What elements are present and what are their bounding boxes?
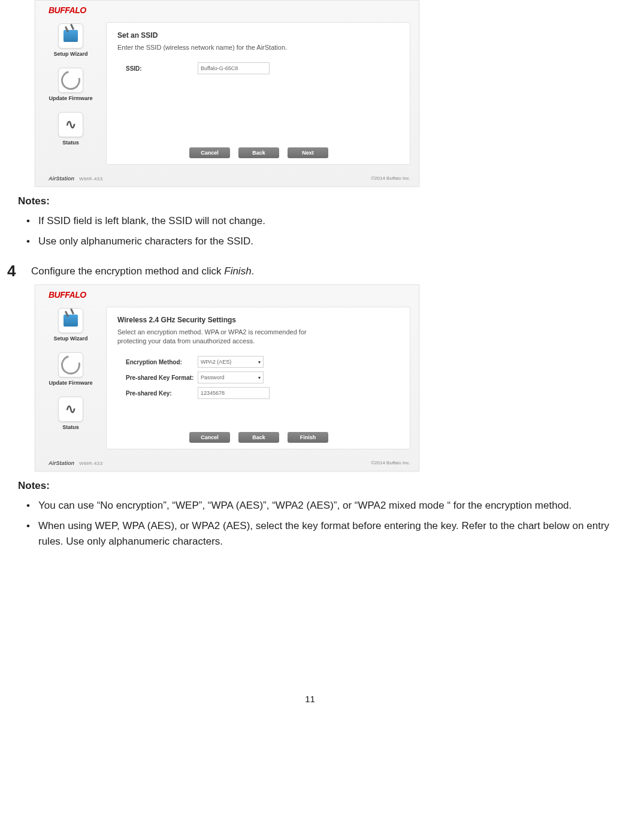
panel-security: Wireless 2.4 GHz Security Settings Selec… (106, 307, 410, 449)
step-number: 4 (7, 263, 31, 279)
footer-copyright: ©2014 Buffalo Inc. (371, 460, 410, 466)
field-label-ssid: SSID: (126, 65, 198, 72)
sidebar-item-label: Status (35, 140, 106, 146)
field-preshared-key: Pre-shared Key: (126, 387, 400, 399)
screenshot-footer: AirStation WMR-433 ©2014 Buffalo Inc. (35, 458, 419, 471)
screenshot-security-settings: BUFFALO Setup Wizard Update Firmware ∿ S… (35, 285, 419, 472)
step-4: 4 Configure the encryption method and cl… (7, 263, 613, 279)
wizard-buttons: Cancel Back Finish (117, 427, 400, 445)
wizard-icon (58, 23, 83, 49)
preshared-key-input[interactable] (198, 387, 270, 399)
chevron-down-icon: ▾ (258, 359, 261, 365)
encryption-method-select[interactable]: WPA2 (AES)▾ (198, 356, 264, 368)
sidebar-item-label: Setup Wizard (35, 336, 106, 342)
field-encryption-method: Encryption Method: WPA2 (AES)▾ (126, 356, 400, 368)
sidebar-item-label: Update Firmware (35, 95, 106, 101)
sidebar-item-update-firmware[interactable]: Update Firmware (35, 352, 106, 386)
firmware-icon (58, 68, 83, 93)
notes-list-1: If SSID field is left blank, the SSID wi… (24, 213, 613, 250)
wizard-buttons: Cancel Back Next (117, 143, 400, 161)
brand-logo: BUFFALO (35, 285, 419, 302)
footer-copyright: ©2014 Buffalo Inc. (371, 176, 410, 182)
status-icon: ∿ (58, 112, 83, 137)
wizard-icon (58, 308, 83, 333)
screenshot-footer: AirStation WMR-433 ©2014 Buffalo Inc. (35, 173, 419, 186)
sidebar: Setup Wizard Update Firmware ∿ Status (35, 17, 106, 173)
cancel-button[interactable]: Cancel (189, 432, 230, 443)
footer-model: WMR-433 (79, 461, 103, 466)
back-button[interactable]: Back (238, 147, 279, 158)
note-item: If SSID field is left blank, the SSID wi… (24, 213, 613, 229)
field-label: Pre-shared Key Format: (126, 374, 198, 381)
panel-description: Select an encryption method. WPA or WPA2… (117, 328, 309, 346)
notes-heading: Notes: (18, 480, 613, 492)
note-item: You can use “No encryption”, “WEP”, “WPA… (24, 498, 613, 513)
notes-list-2: You can use “No encryption”, “WEP”, “WPA… (24, 498, 613, 550)
notes-heading: Notes: (18, 195, 613, 207)
footer-model: WMR-433 (79, 176, 103, 182)
sidebar-item-setup-wizard[interactable]: Setup Wizard (35, 23, 106, 57)
panel-set-ssid: Set an SSID Enter the SSID (wireless net… (106, 22, 410, 165)
finish-button[interactable]: Finish (288, 432, 328, 443)
chevron-down-icon: ▾ (258, 375, 261, 380)
sidebar: Setup Wizard Update Firmware ∿ Status (35, 302, 106, 458)
footer-product: AirStation (49, 460, 74, 466)
field-label: Pre-shared Key: (126, 390, 198, 397)
sidebar-item-update-firmware[interactable]: Update Firmware (35, 68, 106, 101)
sidebar-item-label: Setup Wizard (35, 51, 106, 57)
key-format-select[interactable]: Password▾ (198, 371, 264, 383)
sidebar-item-status[interactable]: ∿ Status (35, 397, 106, 430)
field-label: Encryption Method: (126, 359, 198, 365)
next-button[interactable]: Next (288, 147, 328, 158)
footer-product: AirStation (49, 176, 74, 182)
firmware-icon (58, 352, 83, 377)
note-item: Use only alphanumeric characters for the… (24, 234, 613, 249)
panel-title: Wireless 2.4 GHz Security Settings (117, 316, 400, 324)
note-item: When using WEP, WPA (AES), or WPA2 (AES)… (24, 518, 613, 550)
field-key-format: Pre-shared Key Format: Password▾ (126, 371, 400, 383)
page-number: 11 (7, 694, 613, 704)
brand-logo: BUFFALO (35, 1, 419, 17)
step-text: Configure the encryption method and clic… (31, 263, 254, 277)
cancel-button[interactable]: Cancel (189, 147, 230, 158)
ssid-input[interactable] (198, 62, 270, 74)
sidebar-item-setup-wizard[interactable]: Setup Wizard (35, 308, 106, 342)
back-button[interactable]: Back (238, 432, 279, 443)
screenshot-set-ssid: BUFFALO Setup Wizard Update Firmware ∿ S… (35, 0, 419, 187)
panel-title: Set an SSID (117, 31, 400, 40)
field-ssid: SSID: (126, 62, 400, 74)
sidebar-item-status[interactable]: ∿ Status (35, 112, 106, 146)
status-icon: ∿ (58, 397, 83, 422)
sidebar-item-label: Update Firmware (35, 380, 106, 386)
panel-description: Enter the SSID (wireless network name) f… (117, 43, 309, 52)
sidebar-item-label: Status (35, 424, 106, 430)
